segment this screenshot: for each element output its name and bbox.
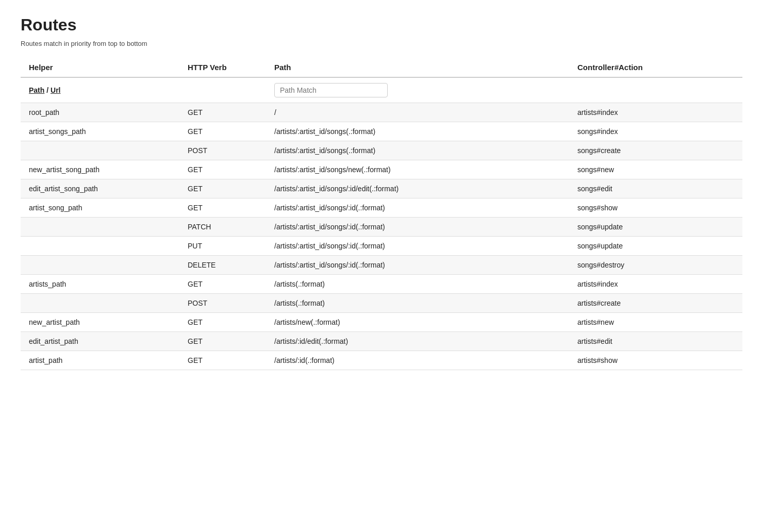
cell-verb: POST (179, 141, 266, 160)
cell-verb: GET (179, 103, 266, 122)
cell-action: artists#edit (569, 332, 742, 351)
path-link[interactable]: Path (29, 86, 44, 94)
cell-helper: artist_path (21, 351, 179, 370)
table-row: edit_artist_song_pathGET/artists/:artist… (21, 179, 742, 198)
path-url-cell[interactable]: Path / Url (21, 77, 179, 103)
cell-path: /artists/:artist_id/songs/:id(.:format) (266, 237, 569, 256)
cell-verb: POST (179, 294, 266, 313)
cell-action: songs#destroy (569, 256, 742, 275)
cell-path: / (266, 103, 569, 122)
table-row: edit_artist_pathGET/artists/:id/edit(.:f… (21, 332, 742, 351)
cell-action: songs#new (569, 160, 742, 179)
cell-action: artists#create (569, 294, 742, 313)
table-row: new_artist_song_pathGET/artists/:artist_… (21, 160, 742, 179)
cell-path: /artists/:artist_id/songs/:id(.:format) (266, 198, 569, 218)
cell-helper: artist_songs_path (21, 122, 179, 141)
table-row: artist_pathGET/artists/:id(.:format)arti… (21, 351, 742, 370)
table-row: DELETE/artists/:artist_id/songs/:id(.:fo… (21, 256, 742, 275)
table-header-row: Helper HTTP Verb Path Controller#Action (21, 58, 742, 77)
cell-path: /artists/:artist_id/songs/:id(.:format) (266, 218, 569, 237)
table-row: PATCH/artists/:artist_id/songs/:id(.:for… (21, 218, 742, 237)
cell-helper: edit_artist_path (21, 332, 179, 351)
cell-helper: new_artist_path (21, 313, 179, 332)
cell-verb: PATCH (179, 218, 266, 237)
page-subtitle: Routes match in priority from top to bot… (21, 40, 742, 47)
cell-helper: artists_path (21, 275, 179, 294)
cell-verb: GET (179, 160, 266, 179)
cell-verb: GET (179, 179, 266, 198)
cell-helper (21, 218, 179, 237)
col-helper: Helper (21, 58, 179, 77)
cell-action: artists#new (569, 313, 742, 332)
cell-helper (21, 294, 179, 313)
cell-verb: GET (179, 198, 266, 218)
cell-path: /artists/:artist_id/songs/:id/edit(.:for… (266, 179, 569, 198)
table-row: POST/artists(.:format)artists#create (21, 294, 742, 313)
table-row: POST/artists/:artist_id/songs(.:format)s… (21, 141, 742, 160)
table-row: new_artist_pathGET/artists/new(.:format)… (21, 313, 742, 332)
routes-table: Helper HTTP Verb Path Controller#Action … (21, 58, 742, 370)
cell-action: songs#show (569, 198, 742, 218)
url-link[interactable]: Url (51, 86, 60, 94)
cell-helper (21, 141, 179, 160)
filter-action-cell (569, 77, 742, 103)
cell-action: songs#update (569, 237, 742, 256)
cell-verb: GET (179, 351, 266, 370)
cell-helper (21, 256, 179, 275)
cell-helper: root_path (21, 103, 179, 122)
cell-path: /artists/:artist_id/songs/:id(.:format) (266, 256, 569, 275)
cell-helper: artist_song_path (21, 198, 179, 218)
cell-path: /artists/:artist_id/songs/new(.:format) (266, 160, 569, 179)
table-row: artist_song_pathGET/artists/:artist_id/s… (21, 198, 742, 218)
cell-verb: GET (179, 122, 266, 141)
cell-action: artists#index (569, 103, 742, 122)
cell-path: /artists/:artist_id/songs(.:format) (266, 122, 569, 141)
table-row: root_pathGET/artists#index (21, 103, 742, 122)
cell-action: songs#update (569, 218, 742, 237)
cell-verb: GET (179, 332, 266, 351)
cell-path: /artists(.:format) (266, 294, 569, 313)
cell-action: songs#index (569, 122, 742, 141)
cell-action: songs#create (569, 141, 742, 160)
cell-path: /artists/:id/edit(.:format) (266, 332, 569, 351)
cell-helper: edit_artist_song_path (21, 179, 179, 198)
cell-path: /artists/:artist_id/songs(.:format) (266, 141, 569, 160)
cell-verb: GET (179, 275, 266, 294)
filter-path-cell[interactable] (266, 77, 569, 103)
col-verb: HTTP Verb (179, 58, 266, 77)
cell-path: /artists/new(.:format) (266, 313, 569, 332)
cell-verb: DELETE (179, 256, 266, 275)
table-row: artist_songs_pathGET/artists/:artist_id/… (21, 122, 742, 141)
filter-verb-cell (179, 77, 266, 103)
path-match-input[interactable] (274, 83, 388, 97)
cell-action: artists#show (569, 351, 742, 370)
separator: / (46, 86, 51, 94)
cell-verb: GET (179, 313, 266, 332)
col-action: Controller#Action (569, 58, 742, 77)
cell-action: artists#index (569, 275, 742, 294)
table-row: PUT/artists/:artist_id/songs/:id(.:forma… (21, 237, 742, 256)
cell-verb: PUT (179, 237, 266, 256)
table-row: artists_pathGET/artists(.:format)artists… (21, 275, 742, 294)
cell-action: songs#edit (569, 179, 742, 198)
cell-helper (21, 237, 179, 256)
page-title: Routes (21, 15, 742, 35)
col-path: Path (266, 58, 569, 77)
filter-row: Path / Url (21, 77, 742, 103)
cell-path: /artists(.:format) (266, 275, 569, 294)
cell-helper: new_artist_song_path (21, 160, 179, 179)
cell-path: /artists/:id(.:format) (266, 351, 569, 370)
